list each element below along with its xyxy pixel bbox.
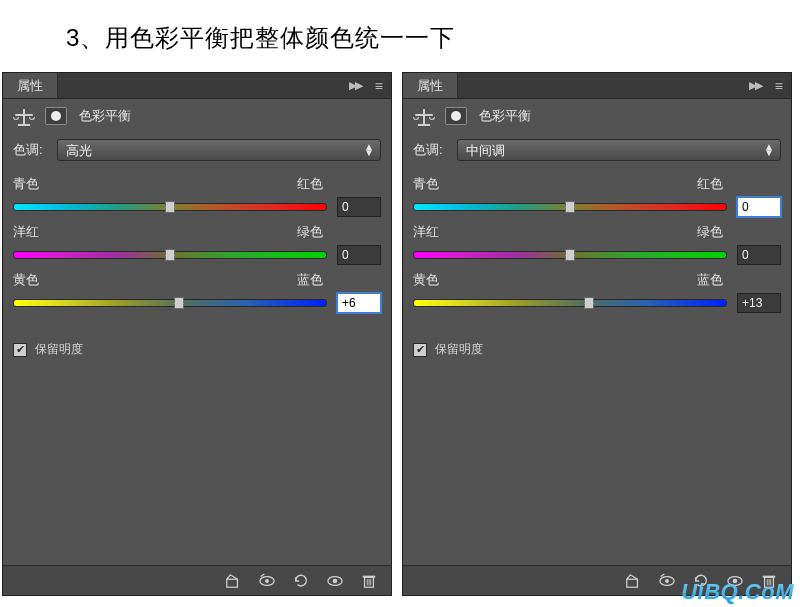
adjustment-title: 色彩平衡 [77, 107, 131, 125]
magenta-green-value[interactable]: 0 [737, 245, 781, 265]
magenta-green-slider-row: 洋红 绿色 0 [413, 223, 781, 271]
yellow-blue-slider-row: 黄色 蓝色 +13 [413, 271, 781, 319]
properties-tab[interactable]: 属性 [3, 73, 58, 98]
panel-menu-icon[interactable]: ≡ [767, 73, 791, 98]
green-label: 绿色 [297, 223, 323, 241]
instruction-caption: 3、用色彩平衡把整体颜色统一一下 [0, 0, 800, 54]
yellow-blue-track[interactable] [13, 299, 327, 307]
yellow-blue-value[interactable]: +13 [737, 293, 781, 313]
svg-point-2 [265, 579, 269, 583]
layer-mask-icon[interactable] [45, 107, 67, 125]
adjustment-header: 色彩平衡 [3, 99, 391, 129]
svg-rect-10 [627, 579, 638, 587]
clip-to-layer-icon[interactable] [619, 570, 647, 592]
red-label: 红色 [297, 175, 323, 193]
properties-tab[interactable]: 属性 [403, 73, 458, 98]
slider-thumb[interactable] [165, 249, 175, 261]
tone-label: 色调: [13, 141, 51, 159]
magenta-label: 洋红 [413, 223, 439, 241]
cyan-red-track[interactable] [13, 203, 327, 211]
properties-panel-right: 属性 ▶▶ ≡ 色彩平衡 色调: 中间调 ▲▼ [402, 72, 792, 596]
watermark: UiBQ.CoM [681, 579, 794, 605]
blue-label: 蓝色 [697, 271, 723, 289]
yellow-blue-value[interactable]: +6 [337, 293, 381, 313]
clip-to-layer-icon[interactable] [219, 570, 247, 592]
tone-select[interactable]: 高光 ▲▼ [57, 139, 381, 161]
svg-rect-16 [763, 575, 775, 577]
slider-thumb[interactable] [584, 297, 594, 309]
tone-label: 色调: [413, 141, 451, 159]
trash-icon[interactable] [355, 570, 383, 592]
yellow-label: 黄色 [13, 271, 39, 289]
yellow-blue-track[interactable] [413, 299, 727, 307]
preserve-luminosity-checkbox[interactable]: ✔ [13, 343, 27, 357]
color-balance-icon [13, 105, 35, 127]
cyan-red-track[interactable] [413, 203, 727, 211]
adjustment-title: 色彩平衡 [477, 107, 531, 125]
blue-label: 蓝色 [297, 271, 323, 289]
slider-thumb[interactable] [565, 201, 575, 213]
magenta-green-value[interactable]: 0 [337, 245, 381, 265]
magenta-label: 洋红 [13, 223, 39, 241]
cyan-red-slider-row: 青色 红色 0 [13, 175, 381, 223]
svg-rect-6 [363, 575, 375, 577]
chevron-updown-icon: ▲▼ [364, 144, 374, 156]
layer-mask-icon[interactable] [445, 107, 467, 125]
green-label: 绿色 [697, 223, 723, 241]
properties-panel-left: 属性 ▶▶ ≡ 色彩平衡 色调: 高光 ▲▼ 青 [2, 72, 392, 596]
yellow-blue-slider-row: 黄色 蓝色 +6 [13, 271, 381, 319]
adjustment-header: 色彩平衡 [403, 99, 791, 129]
magenta-green-slider-row: 洋红 绿色 0 [13, 223, 381, 271]
cyan-red-value[interactable]: 0 [737, 197, 781, 217]
preserve-luminosity-checkbox[interactable]: ✔ [413, 343, 427, 357]
view-previous-icon[interactable] [653, 570, 681, 592]
yellow-label: 黄色 [413, 271, 439, 289]
visibility-eye-icon[interactable] [321, 570, 349, 592]
panel-menu-icon[interactable]: ≡ [367, 73, 391, 98]
reset-icon[interactable] [287, 570, 315, 592]
svg-point-4 [333, 578, 338, 583]
slider-thumb[interactable] [174, 297, 184, 309]
tone-select[interactable]: 中间调 ▲▼ [457, 139, 781, 161]
red-label: 红色 [697, 175, 723, 193]
slider-thumb[interactable] [165, 201, 175, 213]
view-previous-icon[interactable] [253, 570, 281, 592]
svg-rect-0 [227, 579, 238, 587]
cyan-label: 青色 [413, 175, 439, 193]
cyan-red-slider-row: 青色 红色 0 [413, 175, 781, 223]
preserve-luminosity-label: 保留明度 [35, 341, 83, 358]
panel-collapse-arrows[interactable]: ▶▶ [743, 73, 767, 98]
preserve-luminosity-label: 保留明度 [435, 341, 483, 358]
panel-footer [3, 565, 391, 595]
chevron-updown-icon: ▲▼ [764, 144, 774, 156]
cyan-label: 青色 [13, 175, 39, 193]
cyan-red-value[interactable]: 0 [337, 197, 381, 217]
panel-collapse-arrows[interactable]: ▶▶ [343, 73, 367, 98]
panel-tabbar: 属性 ▶▶ ≡ [3, 73, 391, 99]
panels-container: 属性 ▶▶ ≡ 色彩平衡 色调: 高光 ▲▼ 青 [0, 72, 800, 596]
magenta-green-track[interactable] [13, 251, 327, 259]
panel-tabbar: 属性 ▶▶ ≡ [403, 73, 791, 99]
svg-point-12 [665, 579, 669, 583]
magenta-green-track[interactable] [413, 251, 727, 259]
slider-thumb[interactable] [565, 249, 575, 261]
color-balance-icon [413, 105, 435, 127]
